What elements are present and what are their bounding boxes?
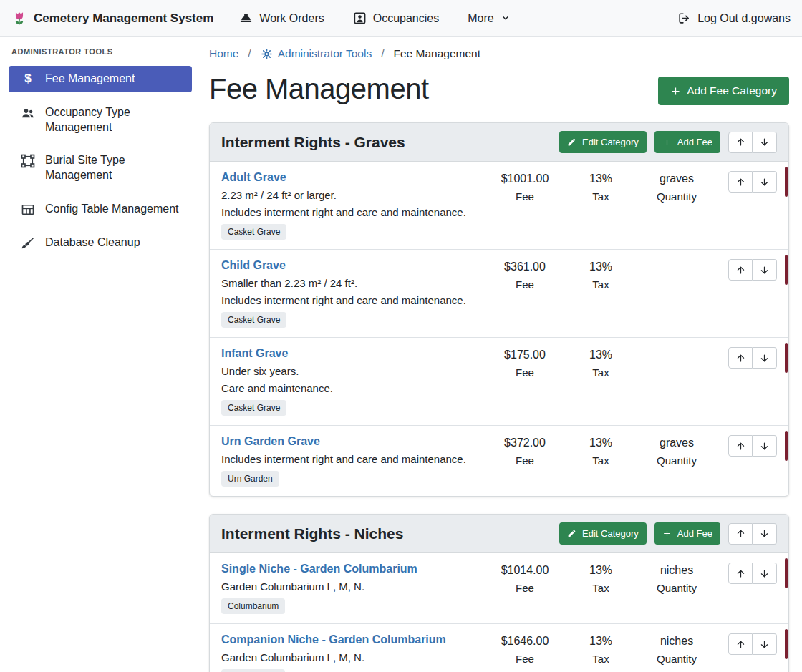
- quantity-value: graves: [635, 172, 718, 185]
- main-nav: Work Orders Occupancies More: [239, 11, 510, 25]
- sidebar-heading: ADMINISTRATOR TOOLS: [9, 46, 192, 56]
- edit-category-button[interactable]: Edit Category: [559, 522, 647, 545]
- sidebar-item-fee-management[interactable]: $ Fee Management: [9, 66, 192, 92]
- fee-descriptions: 2.23 m² / 24 ft² or larger.Includes inte…: [221, 189, 476, 218]
- fee-name-row: Child Grave: [221, 259, 476, 272]
- move-fee-down-button[interactable]: [753, 259, 777, 281]
- arrow-up-icon: [735, 265, 746, 276]
- fee-amount: $175.00: [483, 349, 566, 361]
- move-fee-down-button[interactable]: [753, 435, 777, 457]
- dollar-icon: $: [20, 72, 36, 86]
- fee-category-card: Interment Rights - Graves Edit Category …: [209, 122, 789, 497]
- move-category-down-button[interactable]: [753, 132, 777, 153]
- broom-icon: [20, 236, 36, 250]
- table-icon: [20, 203, 36, 217]
- add-fee-category-button[interactable]: Add Fee Category: [658, 77, 789, 105]
- arrow-down-icon: [759, 639, 770, 650]
- row-scrollbar[interactable]: [785, 431, 788, 461]
- sidebar-item-label: Fee Management: [45, 72, 135, 87]
- fee-name-row: Companion Niche - Garden Columbarium: [221, 633, 476, 646]
- fee-info: Adult Grave 2.23 m² / 24 ft² or larger.I…: [221, 171, 483, 240]
- sidebar-item-database-cleanup[interactable]: Database Cleanup: [9, 230, 192, 256]
- fee-name-link[interactable]: Child Grave: [221, 259, 286, 271]
- fee-info: Single Niche - Garden Columbarium Garden…: [221, 563, 483, 614]
- move-fee-up-button[interactable]: [728, 435, 753, 457]
- edit-category-label: Edit Category: [582, 528, 639, 539]
- tax-label: Tax: [566, 278, 635, 291]
- row-scrollbar[interactable]: [785, 255, 788, 285]
- move-category-up-button[interactable]: [728, 132, 753, 153]
- fee-name-link[interactable]: Companion Niche - Garden Columbarium: [221, 633, 446, 646]
- app-brand[interactable]: Cemetery Management System: [11, 11, 213, 26]
- fee-name-link[interactable]: Urn Garden Grave: [221, 435, 320, 447]
- move-fee-up-button[interactable]: [728, 633, 753, 655]
- nav-item-occupancies[interactable]: Occupancies: [353, 11, 440, 25]
- fee-description: Includes interment right and care and ma…: [221, 294, 476, 306]
- category-actions: Edit Category Add Fee: [559, 131, 777, 153]
- row-scrollbar[interactable]: [785, 343, 788, 373]
- fee-amount-column: $372.00 Fee: [483, 435, 566, 487]
- fee-info: Infant Grave Under six years.Care and ma…: [221, 347, 483, 416]
- row-scrollbar[interactable]: [785, 629, 788, 659]
- sidebar-item-label: Config Table Management: [45, 202, 179, 217]
- tax-value: 13%: [566, 437, 635, 449]
- page-title: Fee Management: [209, 73, 429, 105]
- move-fee-up-button[interactable]: [728, 563, 753, 584]
- fee-name-link[interactable]: Single Niche - Garden Columbarium: [221, 563, 417, 575]
- move-fee-down-button[interactable]: [753, 171, 777, 193]
- tax-value: 13%: [566, 635, 635, 648]
- fee-description: Includes interment right and care and ma…: [221, 206, 476, 218]
- row-scrollbar[interactable]: [785, 558, 788, 588]
- arrow-up-icon: [735, 639, 746, 650]
- arrow-down-icon: [759, 137, 770, 147]
- nav-item-more[interactable]: More: [468, 12, 510, 25]
- move-fee-up-button[interactable]: [728, 171, 753, 193]
- fee-type-badge: Columbarium: [221, 598, 285, 614]
- nav-item-work-orders[interactable]: Work Orders: [239, 11, 324, 25]
- edit-category-button[interactable]: Edit Category: [559, 131, 647, 153]
- move-category-up-button[interactable]: [728, 523, 753, 545]
- fee-reorder-group: [718, 563, 777, 614]
- move-fee-down-button[interactable]: [753, 347, 777, 369]
- move-fee-down-button[interactable]: [753, 563, 777, 584]
- category-header: Interment Rights - Graves Edit Category …: [210, 123, 788, 162]
- plus-icon: [662, 137, 672, 147]
- tax-label: Tax: [566, 190, 635, 203]
- tax-label: Tax: [566, 653, 635, 665]
- arrow-up-icon: [735, 568, 746, 579]
- logout-button[interactable]: Log Out d.gowans: [677, 11, 791, 25]
- breadcrumb-current: Fee Management: [394, 47, 481, 60]
- quantity-value: niches: [635, 564, 718, 577]
- sidebar-item-burial-site-type-management[interactable]: Burial Site Type Management: [9, 147, 192, 189]
- fee-info: Urn Garden Grave Includes interment righ…: [221, 435, 483, 487]
- fee-amount: $1646.00: [483, 635, 566, 648]
- add-fee-button[interactable]: Add Fee: [654, 131, 720, 153]
- fee-amount: $1001.00: [483, 172, 566, 185]
- title-row: Fee Management Add Fee Category: [209, 73, 789, 105]
- sidebar-item-label: Occupancy Type Management: [45, 105, 186, 135]
- move-fee-down-button[interactable]: [753, 633, 777, 655]
- category-body: Adult Grave 2.23 m² / 24 ft² or larger.I…: [210, 162, 788, 496]
- fee-amount: $372.00: [483, 437, 566, 449]
- fee-name-link[interactable]: Adult Grave: [221, 171, 286, 183]
- vector-square-icon: [20, 154, 36, 168]
- quantity-label: Quantity: [635, 582, 718, 594]
- fee-reorder-group: [718, 259, 777, 328]
- move-category-down-button[interactable]: [753, 523, 777, 545]
- row-scrollbar[interactable]: [785, 167, 788, 197]
- person-booth-icon: [353, 11, 367, 25]
- sidebar-item-occupancy-type-management[interactable]: Occupancy Type Management: [9, 99, 192, 141]
- sidebar-item-config-table-management[interactable]: Config Table Management: [9, 196, 192, 223]
- fee-reorder-group: [718, 347, 777, 416]
- breadcrumb-section-label: Administrator Tools: [278, 47, 372, 60]
- tax-label: Tax: [566, 454, 635, 467]
- fee-name-link[interactable]: Infant Grave: [221, 347, 288, 359]
- breadcrumb-admin-tools-link[interactable]: Administrator Tools: [261, 47, 372, 60]
- tax-value: 13%: [566, 349, 635, 361]
- move-fee-up-button[interactable]: [728, 347, 753, 369]
- category-header: Interment Rights - Niches Edit Category …: [210, 515, 788, 553]
- fee-description: Garden Columbarium L, M, N.: [221, 580, 476, 593]
- breadcrumb-home-link[interactable]: Home: [209, 47, 238, 60]
- add-fee-button[interactable]: Add Fee: [654, 522, 720, 545]
- move-fee-up-button[interactable]: [728, 259, 753, 281]
